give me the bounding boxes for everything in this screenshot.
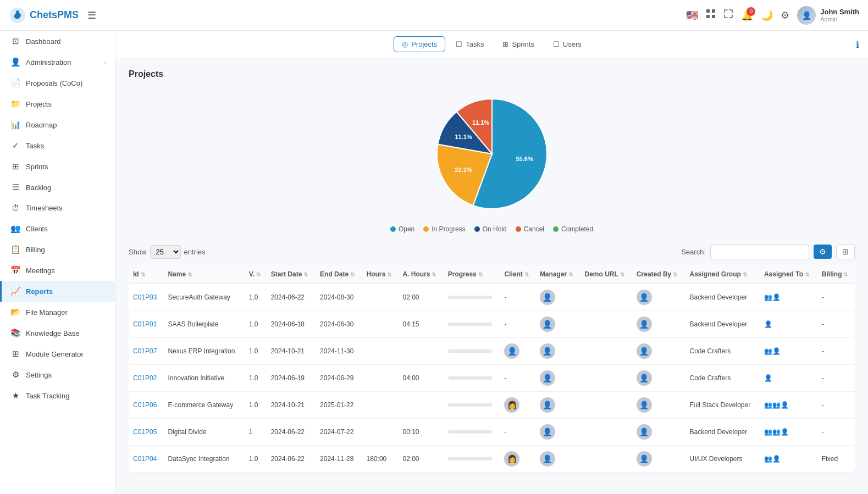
- billing: -: [822, 293, 824, 301]
- manager-avatar: 👤: [540, 370, 555, 386]
- assigned-to: 👥👥👤: [764, 401, 789, 409]
- col-header-progress[interactable]: Progress⇅: [444, 265, 500, 284]
- expand-button[interactable]: [723, 9, 733, 21]
- col-header-billing[interactable]: Billing⇅: [817, 265, 855, 284]
- client: 👩: [504, 401, 519, 408]
- col-header-client[interactable]: Client⇅: [500, 265, 535, 284]
- tab-users[interactable]: ☐ Users: [545, 36, 590, 52]
- project-id-link[interactable]: C01P01: [133, 320, 157, 328]
- sort-icon: ⇅: [478, 271, 483, 277]
- sidebar-label-settings: Settings: [26, 371, 52, 379]
- col-header-v.[interactable]: V.⇅: [245, 265, 267, 284]
- version: 1: [249, 428, 253, 436]
- info-icon[interactable]: ℹ: [856, 39, 859, 49]
- billing: -: [822, 374, 824, 382]
- legend-open: Open: [390, 225, 414, 233]
- sidebar-item-roadmap[interactable]: 📊 Roadmap: [0, 114, 115, 135]
- col-header-hours[interactable]: Hours⇅: [362, 265, 399, 284]
- sidebar-item-tasks[interactable]: ✓ Tasks: [0, 135, 115, 156]
- pie-legend: Open In Progress On Hold Cancel Complete…: [390, 225, 593, 233]
- notification-button[interactable]: 🔔 0: [741, 9, 753, 21]
- col-header-assigned-to[interactable]: Assigned To⇅: [760, 265, 817, 284]
- sidebar-item-dashboard[interactable]: ⊡ Dashboard: [0, 31, 115, 52]
- col-header-end-date[interactable]: End Date⇅: [316, 265, 362, 284]
- dashboard-icon: ⊡: [10, 36, 20, 46]
- tasks-icon: ✓: [10, 141, 20, 151]
- sidebar-item-file-manager[interactable]: 📂 File Manager: [0, 302, 115, 323]
- col-header-name[interactable]: Name⇅: [163, 265, 244, 284]
- assigned-to: 👥👤: [764, 455, 781, 463]
- col-header-manager[interactable]: Manager⇅: [535, 265, 580, 284]
- sidebar-label-reports: Reports: [26, 287, 53, 296]
- col-header-a.-hours[interactable]: A. Hours⇅: [398, 265, 443, 284]
- sidebar-item-task-tracking[interactable]: ★ Task Tracking: [0, 385, 115, 406]
- sidebar-item-settings[interactable]: ⚙ Settings: [0, 364, 115, 385]
- tab-tasks[interactable]: ☐ Tasks: [447, 36, 492, 52]
- tab-projects[interactable]: ◎ Projects: [394, 36, 445, 52]
- start-date: 2024-06-22: [271, 428, 305, 436]
- col-header-start-date[interactable]: Start Date⇅: [267, 265, 316, 284]
- project-id-link[interactable]: C01P05: [133, 428, 157, 436]
- user-role: Admin: [820, 16, 859, 23]
- sidebar-label-backlog: Backlog: [26, 184, 51, 192]
- legend-in-progress: In Progress: [423, 225, 465, 233]
- tab-label-tasks: Tasks: [466, 40, 484, 48]
- end-date: 2024-11-28: [320, 455, 353, 463]
- logo[interactable]: ChetsPMS: [9, 7, 79, 24]
- sidebar-item-sprints[interactable]: ⊞ Sprints: [0, 156, 115, 177]
- roadmap-icon: 📊: [10, 120, 20, 130]
- start-date: 2024-06-22: [271, 293, 305, 301]
- table-row: C01P02Innovation Initiative1.02024-06-19…: [129, 365, 855, 392]
- show-select[interactable]: 102550100: [150, 245, 181, 259]
- client: -: [504, 293, 506, 301]
- created-by-avatar: 👤: [637, 451, 652, 467]
- tab-sprints[interactable]: ⊞ Sprints: [494, 36, 542, 52]
- project-id-link[interactable]: C01P04: [133, 455, 157, 463]
- sidebar-item-reports[interactable]: 📈 Reports: [0, 281, 115, 302]
- sidebar-item-billing[interactable]: 📋 Billing: [0, 239, 115, 260]
- col-header-id[interactable]: Id⇅: [129, 265, 163, 284]
- sidebar-label-file-manager: File Manager: [26, 308, 68, 317]
- sprints-icon: ⊞: [10, 162, 20, 171]
- search-input[interactable]: [710, 245, 809, 259]
- nav-right: 🇺🇸 🔔 0 🌙 ⚙ 👤 John Smith Admin: [686, 6, 859, 25]
- pie-chart: 55.6%22.2%11.1%11.1%: [426, 88, 558, 220]
- legend-completed: Completed: [553, 225, 593, 233]
- export-button[interactable]: ⊞: [836, 244, 855, 259]
- project-id-link[interactable]: C01P07: [133, 347, 157, 355]
- sidebar-item-proposals[interactable]: 📄 Proposals (CoCo): [0, 73, 115, 93]
- project-id-link[interactable]: C01P03: [133, 293, 157, 301]
- sidebar-item-administration[interactable]: 👤 Administration ›: [0, 52, 115, 73]
- flag-button[interactable]: 🇺🇸: [686, 9, 698, 21]
- version: 1.0: [249, 320, 258, 328]
- dark-mode-button[interactable]: 🌙: [761, 9, 773, 21]
- apps-button[interactable]: [706, 9, 716, 21]
- project-id-link[interactable]: C01P02: [133, 374, 157, 382]
- svg-point-1: [16, 10, 19, 14]
- sidebar-item-projects[interactable]: 📁 Projects: [0, 93, 115, 114]
- legend-label-Open: Open: [399, 225, 414, 233]
- legend-dot-Cancel: [516, 226, 521, 232]
- svg-rect-3: [712, 9, 715, 13]
- col-header-created-by[interactable]: Created By⇅: [632, 265, 685, 284]
- sidebar-item-knowledge-base[interactable]: 📚 Knowledge Base: [0, 323, 115, 343]
- sidebar-item-meetings[interactable]: 📅 Meetings: [0, 260, 115, 281]
- project-id-link[interactable]: C01P06: [133, 401, 157, 409]
- created-by-avatar: 👤: [637, 317, 652, 332]
- manager-avatar: 👤: [540, 451, 555, 467]
- sidebar-item-clients[interactable]: 👥 Clients: [0, 218, 115, 239]
- manager-avatar: 👤: [540, 343, 555, 359]
- sidebar: ⊡ Dashboard 👤 Administration › 📄 Proposa…: [0, 31, 115, 494]
- settings-button[interactable]: ⚙: [781, 9, 789, 21]
- sidebar-item-backlog[interactable]: ☰ Backlog: [0, 177, 115, 198]
- sidebar-item-timesheets[interactable]: ⏱ Timesheets: [0, 198, 115, 218]
- chevron-icon: ›: [104, 59, 106, 65]
- filter-button[interactable]: ⚙: [814, 245, 832, 259]
- page-title: Projects: [129, 69, 855, 79]
- col-header-assigned-group[interactable]: Assigned Group⇅: [685, 265, 759, 284]
- sidebar-item-module-generator[interactable]: ⊞ Module Generator: [0, 343, 115, 364]
- hamburger-button[interactable]: ☰: [87, 9, 96, 21]
- col-header-demo-url[interactable]: Demo URL⇅: [580, 265, 632, 284]
- user-profile[interactable]: 👤 John Smith Admin: [797, 6, 859, 25]
- assigned-group: Backend Developer: [689, 293, 747, 301]
